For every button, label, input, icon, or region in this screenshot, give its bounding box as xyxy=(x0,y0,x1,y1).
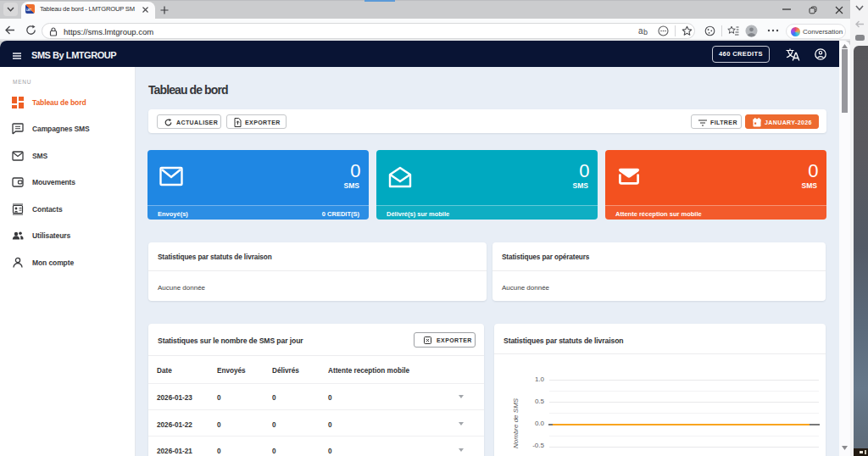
svg-text:b: b xyxy=(643,28,648,36)
